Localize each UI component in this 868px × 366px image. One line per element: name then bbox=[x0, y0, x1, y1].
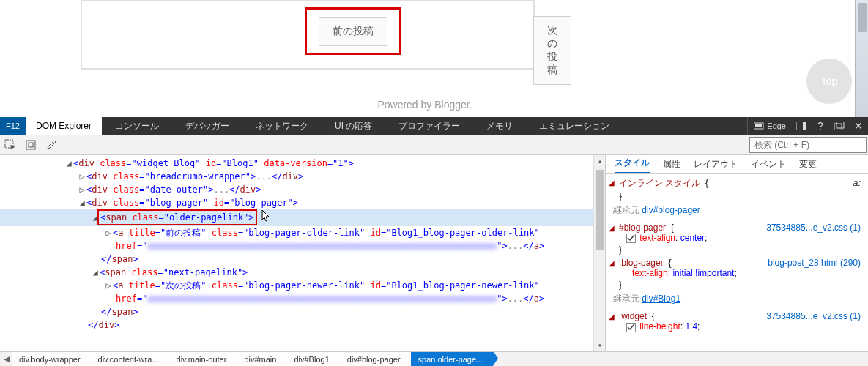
collapse-arrow-icon[interactable]: ◢ bbox=[91, 266, 100, 279]
dom-node[interactable]: ▷<div class="breadcrumb-wrapper">...</di… bbox=[0, 170, 593, 183]
style-rule[interactable]: ◢ #blog-pager { 37534885...e_v2.css (1) … bbox=[606, 220, 868, 244]
collapse-arrow-icon[interactable]: ◢ bbox=[64, 157, 73, 170]
cursor-icon bbox=[261, 209, 272, 226]
tab-network[interactable]: ネットワーク bbox=[242, 117, 322, 135]
dom-node[interactable]: </div> bbox=[0, 318, 593, 332]
collapse-arrow-icon[interactable]: ◢ bbox=[609, 313, 615, 321]
collapse-arrow-icon[interactable]: ◢ bbox=[609, 179, 615, 187]
styles-tab-events[interactable]: イベント bbox=[751, 158, 786, 173]
select-element-icon[interactable] bbox=[0, 135, 21, 155]
prev-post-button[interactable]: 前の投稿 bbox=[319, 17, 387, 46]
dom-scrollbar[interactable]: ▴ ▾ bbox=[593, 155, 605, 351]
breadcrumb-item-selected[interactable]: span.older-page... bbox=[411, 352, 494, 367]
dom-node[interactable]: ▷<div class="date-outer">...</div> bbox=[0, 183, 593, 196]
devtools-tabbar: F12 DOM Explorer コンソール デバッガー ネットワーク UI の… bbox=[0, 117, 868, 135]
search-input[interactable] bbox=[749, 137, 867, 153]
f12-badge: F12 bbox=[0, 117, 26, 135]
tab-debugger[interactable]: デバッガー bbox=[172, 117, 242, 135]
inherit-from: 継承元 div#Blog1 bbox=[606, 290, 868, 308]
dom-node-cont[interactable]: href="xxxxxxxxxxxxxxxxxxxxxxxxxxxxxxxxxx… bbox=[0, 292, 593, 305]
breadcrumb-item[interactable]: div#blog-pager bbox=[340, 352, 411, 367]
dom-node[interactable]: ◢<span class="next-pagelink"> bbox=[0, 266, 593, 279]
source-link[interactable]: 37534885...e_v2.css (1) bbox=[766, 311, 861, 321]
property-toggle-checkbox[interactable] bbox=[626, 323, 636, 332]
page-preview: 前の投稿 次の投稿 Powered by Blogger. Top bbox=[0, 0, 868, 117]
undock-icon[interactable] bbox=[830, 117, 849, 135]
svg-rect-1 bbox=[755, 124, 762, 127]
next-post-button[interactable]: 次の投稿 bbox=[533, 16, 571, 85]
tab-console[interactable]: コンソール bbox=[102, 117, 172, 135]
dom-node-cont[interactable]: href="xxxxxxxxxxxxxxxxxxxxxxxxxxxxxxxxxx… bbox=[0, 239, 593, 253]
help-icon[interactable]: ? bbox=[811, 117, 830, 135]
close-brace: } bbox=[606, 280, 868, 290]
styles-tab-attributes[interactable]: 属性 bbox=[663, 158, 680, 173]
dom-tree-panel[interactable]: ◢<div class="widget Blog" id="Blog1" dat… bbox=[0, 155, 606, 351]
expand-arrow-icon[interactable]: ▷ bbox=[78, 183, 86, 196]
devtools-toolbar bbox=[0, 135, 868, 155]
dom-node[interactable]: </span> bbox=[0, 253, 593, 266]
inline-style-rule[interactable]: ◢ インライン スタイル { bbox=[606, 174, 868, 191]
styles-tabs: スタイル 属性 レイアウト イベント 変更 bbox=[606, 155, 868, 174]
device-icon bbox=[754, 122, 764, 130]
close-icon[interactable]: ✕ bbox=[849, 117, 868, 135]
collapse-arrow-icon[interactable]: ◢ bbox=[78, 196, 86, 209]
expand-arrow-icon[interactable]: ▷ bbox=[104, 226, 113, 239]
style-rule[interactable]: ◢ .blog-pager { blog-post_28.html (290) … bbox=[606, 255, 868, 280]
breadcrumb-item[interactable]: div#Blog1 bbox=[286, 352, 339, 367]
scroll-top-button[interactable]: Top bbox=[806, 59, 852, 104]
inherit-link[interactable]: div#Blog1 bbox=[642, 294, 680, 304]
prev-button-highlight: 前の投稿 bbox=[305, 7, 401, 55]
breadcrumb-item[interactable]: div.main-outer bbox=[169, 352, 237, 367]
dom-node[interactable]: ▷<a title="前の投稿" class="blog-pager-older… bbox=[0, 226, 593, 239]
close-brace: } bbox=[606, 244, 868, 255]
collapse-arrow-icon[interactable]: ◢ bbox=[609, 259, 615, 267]
breadcrumb-item[interactable]: div#main bbox=[237, 352, 286, 367]
breadcrumb-item[interactable]: div.content-wra... bbox=[91, 352, 169, 367]
style-rule[interactable]: ◢ .widget { 37534885...e_v2.css (1) line… bbox=[606, 308, 868, 333]
dom-node[interactable]: ◢<div class="blog-pager" id="blog-pager"… bbox=[0, 196, 593, 209]
highlight-element-icon[interactable] bbox=[21, 135, 41, 155]
tab-emulation[interactable]: エミュレーション bbox=[526, 117, 623, 135]
styles-tab-styles[interactable]: スタイル bbox=[615, 157, 650, 173]
tab-ui-response[interactable]: UI の応答 bbox=[322, 117, 385, 135]
scroll-down-icon[interactable]: ▾ bbox=[594, 340, 606, 351]
property-toggle-checkbox[interactable] bbox=[626, 234, 636, 243]
tab-dom-explorer[interactable]: DOM Explorer bbox=[26, 117, 102, 135]
source-link[interactable]: 37534885...e_v2.css (1) bbox=[766, 223, 861, 233]
svg-rect-3 bbox=[803, 122, 806, 130]
styles-panel: スタイル 属性 レイアウト イベント 変更 a: ◢ インライン スタイル { … bbox=[606, 155, 868, 351]
inherit-link[interactable]: div#blog-pager bbox=[642, 205, 700, 215]
expand-arrow-icon[interactable]: ▷ bbox=[78, 170, 86, 183]
inherit-from: 継承元 div#blog-pager bbox=[606, 201, 868, 220]
dom-node-selected[interactable]: ◢<span class="older-pagelink"> bbox=[0, 209, 593, 226]
collapse-arrow-icon[interactable]: ◢ bbox=[609, 224, 615, 232]
expand-arrow-icon[interactable]: ▷ bbox=[104, 279, 113, 292]
breadcrumb-item[interactable]: div.body-wrapper bbox=[12, 352, 91, 367]
dom-breadcrumb: ◀ div.body-wrapper div.content-wra... di… bbox=[0, 351, 868, 366]
dom-node[interactable]: </span> bbox=[0, 305, 593, 318]
close-brace: } bbox=[606, 191, 868, 201]
dom-node[interactable]: ▷<a title="次の投稿" class="blog-pager-newer… bbox=[0, 279, 593, 292]
dock-icon[interactable] bbox=[792, 117, 811, 135]
powered-by-text: Powered by Blogger. bbox=[0, 99, 850, 111]
styles-tab-layout[interactable]: レイアウト bbox=[694, 158, 738, 173]
source-link[interactable]: blog-post_28.html (290) bbox=[768, 258, 861, 268]
color-picker-icon[interactable] bbox=[41, 135, 62, 155]
breadcrumb-left-icon[interactable]: ◀ bbox=[1, 354, 12, 364]
svg-rect-4 bbox=[834, 124, 842, 130]
svg-rect-8 bbox=[29, 143, 33, 147]
emulation-mode-selector[interactable]: Edge bbox=[747, 117, 792, 135]
page-scrollbar[interactable] bbox=[855, 0, 868, 117]
svg-rect-7 bbox=[26, 141, 35, 149]
tab-memory[interactable]: メモリ bbox=[473, 117, 526, 135]
styles-tab-changes[interactable]: 変更 bbox=[799, 158, 817, 173]
pager-container: 前の投稿 次の投稿 bbox=[81, 0, 535, 70]
dom-node[interactable]: ◢<div class="widget Blog" id="Blog1" dat… bbox=[0, 157, 593, 170]
scroll-up-icon[interactable]: ▴ bbox=[594, 155, 606, 167]
svg-rect-5 bbox=[837, 122, 844, 128]
tab-profiler[interactable]: プロファイラー bbox=[385, 117, 473, 135]
